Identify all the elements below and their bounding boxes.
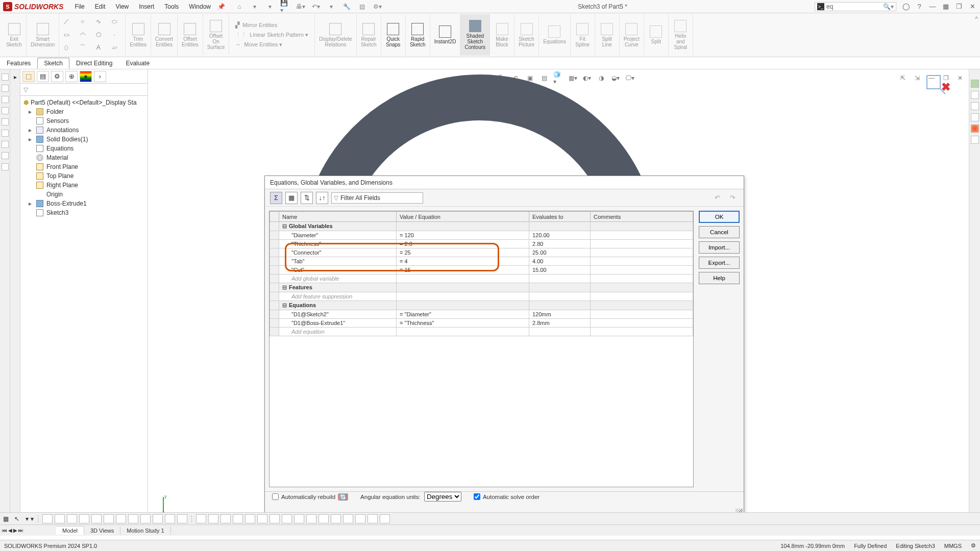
var-comment[interactable] xyxy=(591,248,693,257)
col-value[interactable]: Value / Equation xyxy=(397,212,529,222)
split-line-button[interactable]: Split Line xyxy=(595,14,620,56)
doc-more-icon[interactable]: ⇲ xyxy=(912,72,923,84)
display-delete-relations-button[interactable]: Display/Delete Relations xyxy=(315,14,356,56)
auto-rebuild-checkbox[interactable]: Automatically rebuild 🔃 xyxy=(272,493,348,500)
pin-icon[interactable]: 📌 xyxy=(216,2,226,12)
col-eval[interactable]: Evaluates to xyxy=(529,212,591,222)
linear-pattern-button[interactable]: ⋮⋮Linear Sketch Pattern ▾ xyxy=(235,32,308,38)
cancel-button[interactable]: Cancel xyxy=(699,226,740,238)
strip-icon[interactable] xyxy=(355,514,365,523)
strip-icon[interactable] xyxy=(165,514,175,523)
repair-sketch-button[interactable]: Repair Sketch xyxy=(357,14,381,56)
close-sketch-overlay-icon[interactable]: ✖ xyxy=(941,81,950,94)
var-value[interactable]: = 2.8 xyxy=(397,240,529,248)
home-icon[interactable]: ⌂ xyxy=(234,2,244,12)
export-button[interactable]: Export... xyxy=(699,257,740,269)
layout-icon[interactable]: ▦ xyxy=(941,2,950,11)
tree-node[interactable]: Material xyxy=(21,153,146,162)
feature-tree-tab-icon[interactable]: ⬚ xyxy=(22,71,35,82)
strip-icon[interactable] xyxy=(257,514,267,523)
add-equation-placeholder[interactable]: Add equation xyxy=(279,328,397,336)
var-value[interactable]: = 120 xyxy=(397,231,529,240)
menu-insert[interactable]: Insert xyxy=(134,3,159,10)
quick-snaps-button[interactable]: Quick Snaps xyxy=(381,14,406,56)
convert-entities-button[interactable]: Convert Entities xyxy=(151,14,178,56)
var-name[interactable]: "Thichness" xyxy=(279,240,397,248)
eq-view-icon[interactable]: Σ xyxy=(270,192,282,204)
undo-icon[interactable]: ↶▾ xyxy=(311,2,321,12)
plane-tool-icon[interactable]: ▱ xyxy=(109,42,119,53)
eq-name[interactable]: "D1@Boss-Extrude1" xyxy=(279,319,397,328)
col-comments[interactable]: Comments xyxy=(591,212,693,222)
tree-node[interactable]: Origin xyxy=(21,190,146,199)
dlg-redo-icon[interactable]: ↷ xyxy=(726,192,739,204)
rapid-sketch-button[interactable]: Rapid Sketch xyxy=(406,14,430,56)
rail-icon[interactable] xyxy=(2,107,9,114)
expand-icon[interactable]: ▸ xyxy=(29,127,33,134)
strip-icon[interactable] xyxy=(245,514,255,523)
options-icon[interactable]: ⚙▾ xyxy=(372,2,382,12)
menu-view[interactable]: View xyxy=(110,3,134,10)
tree-node[interactable]: ▸Solid Bodies(1) xyxy=(21,135,146,144)
var-value[interactable]: = 4 xyxy=(397,257,529,266)
strip-icon[interactable] xyxy=(153,514,163,523)
select-icon[interactable]: ▾ xyxy=(326,2,336,12)
strip-icon[interactable] xyxy=(208,514,218,523)
collapse-ribbon-icon[interactable]: ^ xyxy=(975,15,978,22)
strip-icon[interactable] xyxy=(233,514,243,523)
equation-row[interactable]: "D1@Sketch2"= "Diameter"120mm xyxy=(270,310,693,319)
minimize-button[interactable]: — xyxy=(928,2,937,11)
selection-more-icon[interactable]: ▾ xyxy=(31,515,34,522)
save-icon[interactable]: 💾▾ xyxy=(280,2,290,12)
var-name[interactable]: "Diameter" xyxy=(279,231,397,240)
polygon-tool-icon[interactable]: ⬡ xyxy=(93,30,104,40)
rail-icon[interactable] xyxy=(2,96,9,103)
property-manager-tab-icon[interactable]: ▤ xyxy=(37,71,49,82)
doc-link-icon[interactable]: ⇱ xyxy=(897,72,909,84)
display-manager-tab-icon[interactable]: ● xyxy=(80,71,92,82)
ok-button[interactable]: OK xyxy=(699,211,740,223)
tree-node[interactable]: ▸Folder xyxy=(21,107,146,116)
make-block-button[interactable]: Make Block xyxy=(490,14,514,56)
command-search[interactable]: >_ eq 🔍▾ xyxy=(815,2,896,11)
global-variable-row[interactable]: "Diameter"= 120120.00 xyxy=(270,231,693,240)
doc-close-icon[interactable]: ✕ xyxy=(954,72,966,84)
strip-icon[interactable] xyxy=(318,514,329,523)
hide-show-icon[interactable]: ◐▾ xyxy=(581,72,593,84)
section-features[interactable]: ⊟Features xyxy=(279,283,397,292)
var-comment[interactable] xyxy=(591,240,693,248)
tree-node[interactable]: Top Plane xyxy=(21,171,146,181)
dimxpert-tab-icon[interactable]: ⊕ xyxy=(65,71,78,82)
var-value[interactable]: = 25 xyxy=(397,248,529,257)
col-name[interactable]: Name xyxy=(279,212,397,222)
line-tool-icon[interactable]: ／ xyxy=(61,16,71,27)
point-tool-icon[interactable]: · xyxy=(109,30,119,40)
import-button[interactable]: Import... xyxy=(699,241,740,254)
global-variable-row[interactable]: "Tab"= 44.00 xyxy=(270,257,693,266)
timeline-fwd-icon[interactable]: ⏭ xyxy=(18,528,23,533)
add-feature-placeholder[interactable]: Add feature suppression xyxy=(279,292,397,301)
edit-appearance-icon[interactable]: ◑ xyxy=(596,72,607,84)
rail-icon[interactable] xyxy=(2,141,9,148)
strip-icon[interactable] xyxy=(79,514,89,523)
project-curve-button[interactable]: Project Curve xyxy=(620,14,644,56)
strip-icon[interactable] xyxy=(294,514,304,523)
exit-sketch-button[interactable]: Exit Sketch xyxy=(2,14,27,56)
slot-tool-icon[interactable]: ⬭ xyxy=(109,16,119,27)
taskpane-library-icon[interactable] xyxy=(971,102,979,110)
var-name[interactable]: "Cut" xyxy=(279,266,397,274)
status-units[interactable]: MMGS xyxy=(944,543,962,549)
rail-icon[interactable] xyxy=(2,118,9,126)
sort-icon[interactable]: ↓↑ xyxy=(316,192,328,204)
selection-drop-icon[interactable]: ▾ xyxy=(26,515,29,522)
restore-button[interactable]: ❐ xyxy=(954,2,964,11)
taskpane-custom-icon[interactable] xyxy=(971,136,979,144)
tree-tabs-more-icon[interactable]: › xyxy=(94,71,106,82)
fit-spline-button[interactable]: Fit Spline xyxy=(571,14,595,56)
tab-direct-editing[interactable]: Direct Editing xyxy=(69,58,119,69)
dim-view-icon[interactable]: ▦ xyxy=(285,192,298,204)
eq-comment[interactable] xyxy=(591,310,693,319)
view-orientation-icon[interactable]: 🧊▾ xyxy=(553,72,564,84)
section-globals[interactable]: ⊟Global Variables xyxy=(279,222,397,231)
global-variable-row[interactable]: "Thichness"= 2.82.80 xyxy=(270,240,693,248)
